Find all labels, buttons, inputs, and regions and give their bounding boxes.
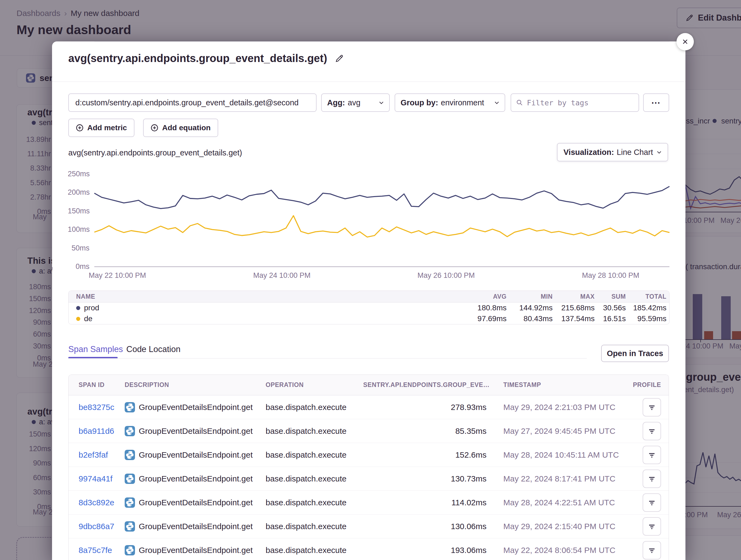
span-description: GroupEventDetailsEndpoint.get — [139, 450, 253, 460]
close-icon — [682, 38, 689, 45]
span-id-link[interactable]: be83275c — [79, 403, 125, 412]
summary-row[interactable]: de 97.69ms 80.43ms 137.54ms 16.51s 95.59… — [69, 313, 669, 324]
edit-title-pencil-icon[interactable] — [335, 54, 344, 63]
series-dot — [76, 306, 80, 310]
span-samples-table: SPAN IDDESCRIPTIONOPERATIONSENTRY.API.EN… — [68, 375, 669, 560]
summary-column-header: TOTAL — [626, 293, 667, 300]
y-axis-label: 250ms — [68, 165, 89, 183]
profile-icon — [648, 451, 656, 459]
summary-table: NAMEAVGMINMAXSUMTOTAL prod 180.8ms 144.9… — [68, 291, 669, 324]
summary-table-body: prod 180.8ms 144.92ms 215.68ms 30.56s 18… — [69, 303, 669, 324]
group-by-label: Group by: — [401, 98, 438, 107]
open-in-traces-label: Open in Traces — [607, 349, 663, 358]
gridline — [94, 42, 669, 42]
python-icon — [125, 545, 135, 555]
modal-layer: avg(sentry.api.endpoints.group_event_det… — [0, 0, 741, 560]
span-operation: base.dispatch.execute — [266, 403, 363, 412]
profile-button[interactable] — [643, 398, 661, 416]
avg-value: 97.69ms — [458, 314, 507, 323]
span-id-link[interactable]: 9974a41f — [79, 474, 125, 483]
span-sample-row[interactable]: 9dbc86a7 GroupEventDetailsEndpoint.get b… — [69, 514, 669, 538]
chevron-down-icon — [657, 151, 662, 154]
span-sample-row[interactable]: b2ef3faf GroupEventDetailsEndpoint.get b… — [69, 443, 669, 467]
total-value: 95.59ms — [626, 314, 667, 323]
visualization-select[interactable]: Visualization: Line Chart — [557, 143, 668, 161]
span-description: GroupEventDetailsEndpoint.get — [139, 522, 253, 531]
span-sample-row[interactable]: b6a911d6 GroupEventDetailsEndpoint.get b… — [69, 419, 669, 443]
span-id-link[interactable]: b2ef3faf — [79, 450, 125, 460]
y-axis-label: 200ms — [68, 183, 89, 202]
min-value: 80.43ms — [507, 314, 553, 323]
min-value: 144.92ms — [507, 304, 553, 312]
chart-y-axis: 250ms200ms150ms100ms50ms0ms — [68, 165, 89, 276]
span-sample-row[interactable]: be83275c GroupEventDetailsEndpoint.get b… — [69, 395, 669, 419]
y-axis-label: 150ms — [68, 202, 89, 220]
chart-x-axis — [94, 266, 669, 267]
chevron-down-icon — [379, 101, 384, 104]
profile-button[interactable] — [643, 446, 661, 464]
series-prod-line — [94, 186, 669, 209]
plus-circle-icon — [151, 124, 158, 132]
visualization-label: Visualization: — [563, 148, 614, 157]
series-name: de — [84, 314, 92, 323]
ellipsis-icon: ⋯ — [651, 97, 661, 108]
open-in-traces-button[interactable]: Open in Traces — [601, 345, 669, 362]
tag-filter-input[interactable] — [526, 98, 634, 107]
metric-line-chart[interactable] — [94, 173, 669, 267]
span-sample-row[interactable]: 9974a41f GroupEventDetailsEndpoint.get b… — [69, 467, 669, 491]
python-icon — [125, 426, 135, 436]
python-icon — [125, 521, 135, 532]
span-id-link[interactable]: 8d3c892e — [79, 498, 125, 507]
plus-circle-icon — [76, 124, 83, 132]
samples-column-header: TIMESTAMP — [486, 381, 631, 389]
span-sample-row[interactable]: 8d3c892e GroupEventDetailsEndpoint.get b… — [69, 491, 669, 514]
span-id-link[interactable]: 8a75c7fe — [79, 546, 125, 555]
span-id-link[interactable]: 9dbc86a7 — [79, 522, 125, 531]
y-axis-label: 50ms — [68, 239, 89, 257]
python-icon — [125, 474, 135, 484]
series-dot — [76, 317, 80, 321]
span-metric-value: 193.06ms — [363, 546, 486, 555]
x-axis-label: May 28 10:00 PM — [570, 271, 651, 280]
span-metric-value: 85.35ms — [363, 426, 486, 436]
span-id-link[interactable]: b6a911d6 — [79, 426, 125, 436]
span-sample-row[interactable]: 8a75c7fe GroupEventDetailsEndpoint.get b… — [69, 538, 669, 560]
group-by-select[interactable]: Group by: environment — [395, 93, 505, 112]
modal-close-button[interactable] — [676, 33, 694, 50]
python-icon — [125, 497, 135, 508]
agg-select[interactable]: Agg: avg — [321, 93, 390, 112]
profile-button[interactable] — [643, 517, 661, 536]
summary-row[interactable]: prod 180.8ms 144.92ms 215.68ms 30.56s 18… — [69, 303, 669, 313]
tabs-divider — [68, 358, 587, 358]
span-metric-value: 130.06ms — [363, 522, 486, 531]
profile-button[interactable] — [643, 470, 661, 488]
metric-details-modal: avg(sentry.api.endpoints.group_event_det… — [52, 42, 685, 560]
summary-column-header: MIN — [507, 293, 553, 300]
x-tick — [52, 267, 53, 270]
profile-button[interactable] — [643, 541, 661, 559]
samples-column-header: OPERATION — [266, 381, 363, 389]
group-by-value: environment — [441, 98, 484, 107]
tab-span-samples[interactable]: Span Samples — [68, 344, 123, 354]
span-operation: base.dispatch.execute — [266, 474, 363, 483]
add-equation-button[interactable]: Add equation — [143, 118, 218, 137]
profile-button[interactable] — [643, 422, 661, 440]
span-description: GroupEventDetailsEndpoint.get — [139, 403, 253, 412]
sum-value: 16.51s — [595, 314, 626, 323]
metric-query-field — [68, 93, 317, 112]
span-operation: base.dispatch.execute — [266, 498, 363, 507]
more-options-button[interactable]: ⋯ — [643, 93, 669, 112]
series-de-line — [94, 216, 669, 237]
samples-column-header: PROFILE — [631, 381, 661, 389]
span-metric-value: 278.93ms — [363, 403, 486, 412]
add-metric-button[interactable]: Add metric — [68, 118, 134, 137]
add-metric-label: Add metric — [87, 124, 127, 132]
add-equation-label: Add equation — [162, 124, 211, 132]
span-timestamp: May 28, 2024 10:45:11 AM UTC — [486, 450, 631, 460]
tab-code-location[interactable]: Code Location — [126, 344, 181, 354]
metric-query-input[interactable] — [69, 98, 316, 107]
profile-icon — [648, 427, 656, 435]
span-timestamp: May 22, 2024 8:06:54 PM UTC — [486, 546, 631, 555]
tag-filter-field — [511, 93, 639, 112]
profile-button[interactable] — [643, 493, 661, 512]
